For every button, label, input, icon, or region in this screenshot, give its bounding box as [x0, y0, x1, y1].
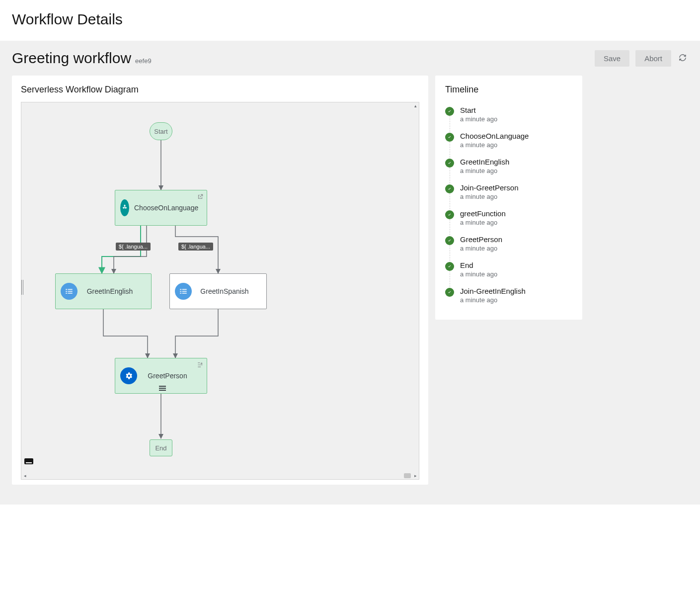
check-circle-icon: [445, 210, 454, 219]
timeline-item: GreetPersona minute ago: [445, 231, 572, 257]
scroll-thumb[interactable]: [404, 473, 411, 478]
timeline-item-label: Join-GreetInEnglish: [460, 287, 526, 295]
timeline-item: ChooseOnLanguagea minute ago: [445, 128, 572, 154]
timeline-item-body: Join-GreetInEnglisha minute ago: [460, 287, 526, 304]
timeline-item-body: Enda minute ago: [460, 261, 497, 278]
timeline-item-time: a minute ago: [460, 219, 506, 226]
diagram-node-greet-person[interactable]: GreetPerson: [115, 358, 207, 394]
timeline-item-body: greetFunctiona minute ago: [460, 209, 506, 226]
timeline-item: greetFunctiona minute ago: [445, 205, 572, 231]
timeline-item-time: a minute ago: [460, 141, 529, 149]
timeline-item-label: Start: [460, 106, 497, 114]
page-title: Workflow Details: [12, 11, 688, 28]
scroll-left-icon[interactable]: ◂: [21, 472, 28, 479]
timeline-item-time: a minute ago: [460, 270, 497, 278]
scroll-right-icon[interactable]: ▸: [412, 472, 419, 479]
workflow-name: Greeting workflow: [12, 50, 131, 67]
diagram-node-greet-english[interactable]: GreetInEnglish: [55, 273, 152, 309]
diagram-node-greet-spanish[interactable]: GreetInSpanish: [169, 273, 267, 309]
diagram-canvas[interactable]: Start ChooseOnLanguage: [21, 102, 412, 472]
diagram-panel: Serverless Workflow Diagram: [12, 76, 428, 485]
config-icon: [197, 361, 204, 370]
check-circle-icon: [445, 288, 454, 297]
check-circle-icon: [445, 184, 454, 193]
edge-label-right: ${ .langua...: [178, 243, 213, 251]
timeline-item-label: End: [460, 261, 497, 269]
timeline-item-time: a minute ago: [460, 193, 519, 200]
abort-button[interactable]: Abort: [635, 50, 671, 67]
timeline-item-body: Starta minute ago: [460, 106, 497, 123]
start-label: Start: [154, 128, 167, 135]
diagram-canvas-wrap: Start ChooseOnLanguage: [21, 102, 419, 480]
save-button[interactable]: Save: [595, 50, 629, 67]
timeline-item-body: ChooseOnLanguagea minute ago: [460, 132, 529, 149]
timeline-item: Starta minute ago: [445, 102, 572, 128]
timeline-item-body: GreetPersona minute ago: [460, 235, 502, 252]
timeline-item-time: a minute ago: [460, 245, 502, 252]
check-circle-icon: [445, 236, 454, 245]
timeline-item: Join-GreetPersona minute ago: [445, 179, 572, 205]
timeline-list: Starta minute agoChooseOnLanguagea minut…: [445, 102, 572, 309]
timeline-item-time: a minute ago: [460, 115, 497, 123]
end-label: End: [155, 444, 166, 452]
keyboard-icon[interactable]: [24, 458, 33, 464]
workflow-id: eefe9: [135, 57, 152, 65]
node-label: GreetInEnglish: [82, 287, 151, 296]
exit-icon: [197, 193, 204, 202]
check-circle-icon: [445, 107, 454, 116]
timeline-item-label: GreetPerson: [460, 235, 502, 244]
timeline-item: Join-GreetInEnglisha minute ago: [445, 283, 572, 309]
inject-icon: [61, 283, 78, 300]
timeline-panel: Timeline Starta minute agoChooseOnLangua…: [435, 76, 582, 320]
diagram-node-choose[interactable]: ChooseOnLanguage: [115, 190, 207, 226]
check-circle-icon: [445, 262, 454, 271]
timeline-item-label: ChooseOnLanguage: [460, 132, 529, 140]
timeline-item-time: a minute ago: [460, 296, 526, 304]
timeline-item-body: Join-GreetPersona minute ago: [460, 183, 519, 200]
timeline-item: GreetInEnglisha minute ago: [445, 154, 572, 179]
timeline-item-label: greetFunction: [460, 209, 506, 218]
refresh-button[interactable]: [677, 53, 688, 64]
timeline-item-time: a minute ago: [460, 167, 509, 174]
check-circle-icon: [445, 159, 454, 168]
diagram-panel-title: Serverless Workflow Diagram: [21, 85, 419, 95]
check-circle-icon: [445, 133, 454, 142]
edge-label-left: ${ .langua...: [116, 243, 151, 251]
page-header: Workflow Details: [0, 0, 700, 41]
action-bar: Save Abort: [595, 50, 688, 67]
switch-icon: [120, 199, 129, 216]
diagram-node-start[interactable]: Start: [150, 122, 172, 140]
scroll-up-icon[interactable]: ▴: [412, 102, 419, 109]
timeline-item-label: GreetInEnglish: [460, 158, 509, 166]
diagram-node-end[interactable]: End: [150, 439, 172, 456]
refresh-icon: [679, 54, 687, 64]
node-label: GreetInSpanish: [197, 287, 266, 296]
timeline-item: Enda minute ago: [445, 257, 572, 283]
operation-icon: [120, 367, 137, 384]
node-label: ChooseOnLanguage: [134, 204, 212, 212]
menu-icon[interactable]: [159, 386, 166, 391]
timeline-panel-title: Timeline: [445, 85, 572, 95]
node-label: GreetPerson: [142, 372, 207, 380]
scrollbar-horizontal[interactable]: ◂ ▸: [21, 472, 419, 479]
timeline-item-body: GreetInEnglisha minute ago: [460, 158, 509, 174]
workflow-title: Greeting workflow eefe9: [12, 50, 152, 67]
scrollbar-vertical[interactable]: ▴: [412, 102, 419, 472]
timeline-item-label: Join-GreetPerson: [460, 183, 519, 192]
inject-icon: [175, 283, 192, 300]
